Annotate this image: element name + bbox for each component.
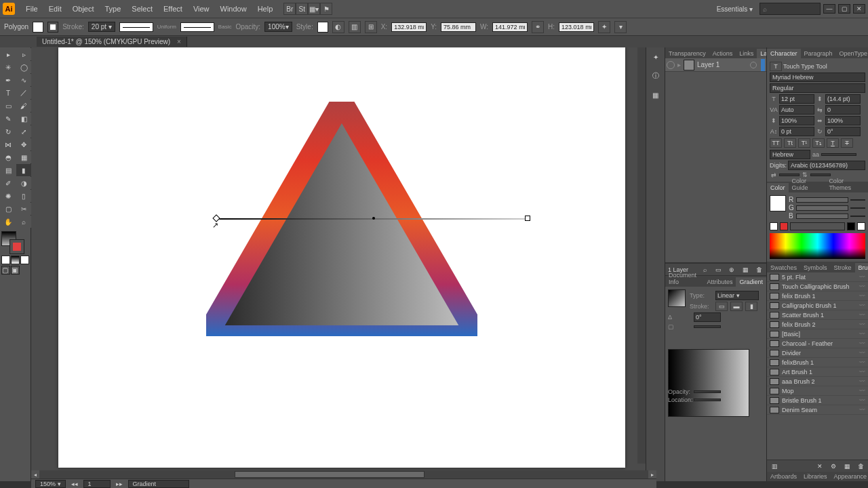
arrange-docs-icon[interactable]: ▦▾ (308, 3, 320, 15)
menu-select[interactable]: Select (126, 5, 158, 13)
gradient-midpoint[interactable] (372, 217, 375, 220)
tab-attributes[interactable]: Attributes (703, 277, 736, 287)
graph-tool[interactable]: ▯ (16, 190, 31, 202)
brush-row[interactable]: Touch Calligraphic Brush〰 (767, 282, 868, 291)
gradient-preview[interactable] (668, 289, 686, 307)
gradient-ramp[interactable] (668, 349, 764, 387)
menu-type[interactable]: Type (100, 5, 127, 13)
close-window-button[interactable]: ✕ (853, 4, 865, 14)
align-icon[interactable]: ▥ (349, 21, 361, 33)
none-swatch[interactable] (770, 222, 778, 230)
brush-row[interactable]: Denim Seam〰 (767, 405, 868, 415)
tab-opentype[interactable]: OpenType (836, 49, 868, 58)
tab-appearance[interactable]: Appearance (831, 472, 868, 481)
tab-libraries[interactable]: Libraries (800, 472, 831, 481)
eraser-tool[interactable]: ◧ (16, 113, 31, 125)
antialias-select[interactable] (821, 153, 856, 156)
font-style-select[interactable]: Regular (770, 83, 865, 93)
gradient-type-select[interactable]: Linear ▾ (715, 291, 759, 300)
touch-type-icon[interactable]: T (770, 62, 782, 71)
fill-stroke-control[interactable]: ▢ ▣ (0, 228, 31, 277)
zoom-tool[interactable]: ⌕ (16, 216, 31, 228)
tab-gradient[interactable]: Gradient (736, 277, 766, 287)
y-input[interactable] (441, 22, 476, 32)
slice-tool[interactable]: ✂ (16, 203, 31, 215)
workspace-switcher[interactable]: Essentials ▾ (713, 5, 757, 13)
new-sublayer-icon[interactable]: ⊕ (727, 265, 736, 274)
gradient-stop-end[interactable] (525, 216, 530, 221)
minimize-button[interactable]: — (823, 4, 835, 14)
channel-r-slider[interactable] (796, 197, 848, 203)
w-input[interactable] (492, 22, 528, 32)
channel-r-input[interactable] (850, 199, 865, 201)
gradient-ramp-bar[interactable] (668, 349, 749, 417)
horizontal-scrollbar[interactable]: ◂ ▸ (31, 470, 656, 479)
canvas[interactable]: ↗ (31, 47, 646, 481)
zoom-level[interactable]: 150% ▾ (35, 480, 66, 488)
delete-brush-icon[interactable]: 🗑 (856, 462, 865, 471)
scroll-right-icon[interactable]: ▸ (648, 470, 656, 479)
baseline-input[interactable]: 0 pt (779, 127, 814, 136)
tab-paragraph[interactable]: Paragraph (801, 49, 836, 58)
brush-row[interactable]: felix Brush 2〰 (767, 320, 868, 329)
more-icon[interactable]: ▾ (614, 21, 627, 33)
h-input[interactable] (559, 22, 594, 32)
lasso-tool[interactable]: ◯ (16, 61, 31, 73)
gradient-annotator[interactable] (216, 216, 528, 222)
shape-props-icon[interactable]: ✦ (598, 21, 610, 33)
white-swatch[interactable] (857, 222, 865, 230)
free-transform-tool[interactable]: ✥ (16, 138, 31, 150)
tab-symbols[interactable]: Symbols (800, 263, 831, 272)
perspective-tool[interactable]: ▦ (16, 151, 31, 163)
brush-row[interactable]: Mop〰 (767, 386, 868, 396)
tab-actions[interactable]: Actions (709, 49, 736, 58)
selection-tool[interactable]: ▸ (1, 48, 16, 60)
pen-tool[interactable]: ✒ (1, 74, 16, 86)
strikethrough-button[interactable]: T (841, 138, 853, 148)
new-layer-icon[interactable]: ▦ (741, 265, 750, 274)
search-input[interactable]: ⌕ (760, 3, 821, 15)
brush-definition-select[interactable] (180, 22, 214, 32)
target-icon[interactable] (750, 62, 757, 68)
x-input[interactable] (391, 22, 427, 32)
stroke-weight-select[interactable]: 20 pt▾ (88, 22, 115, 32)
gradient-tool[interactable]: ▮ (16, 164, 31, 176)
font-size-input[interactable]: 12 pt (779, 94, 814, 104)
menu-edit[interactable]: Edit (43, 5, 67, 13)
channel-b-input[interactable] (850, 216, 865, 217)
tab-brushes[interactable]: Brushes (855, 263, 868, 272)
stroke-grad-across-icon[interactable]: ▮ (745, 302, 757, 311)
scroll-thumb[interactable] (235, 471, 425, 478)
direct-selection-tool[interactable]: ▹ (16, 48, 31, 60)
artboard-nav[interactable]: 1 (83, 480, 111, 488)
shaper-tool[interactable]: ✎ (1, 113, 16, 125)
link-wh-icon[interactable]: ⚭ (532, 21, 544, 33)
brush-row[interactable]: Scatter Brush 1〰 (767, 310, 868, 320)
menu-file[interactable]: File (20, 5, 43, 13)
brush-row[interactable]: Calligraphic Brush 1〰 (767, 301, 868, 310)
menu-object[interactable]: Object (67, 5, 100, 13)
curvature-tool[interactable]: ∿ (16, 74, 31, 86)
stroke-grad-within-icon[interactable]: ▭ (715, 302, 728, 311)
rectangle-tool[interactable]: ▭ (1, 100, 16, 112)
align-panel-icon[interactable]: ▦ (649, 88, 663, 102)
delete-layer-icon[interactable]: 🗑 (754, 265, 764, 274)
vertical-scrollbar[interactable] (637, 47, 646, 464)
color-mode-icon[interactable] (1, 256, 10, 264)
tab-color-themes[interactable]: Color Themes (825, 176, 868, 192)
brush-row[interactable]: aaa Brush 2〰 (767, 377, 868, 386)
gradient-opacity-input[interactable] (694, 390, 721, 393)
tab-links[interactable]: Links (736, 49, 757, 58)
rotate-tool[interactable]: ↻ (1, 125, 16, 138)
tab-color[interactable]: Color (767, 183, 789, 192)
graphic-style-swatch[interactable] (317, 22, 328, 33)
close-tab-icon[interactable]: × (177, 38, 181, 45)
scroll-left-icon[interactable]: ◂ (31, 470, 39, 479)
gradient-location-input[interactable] (694, 399, 721, 401)
smallcaps-button[interactable]: Tt (784, 138, 796, 148)
black-swatch[interactable] (847, 222, 855, 230)
tab-swatches[interactable]: Swatches (767, 263, 800, 272)
kerning-input[interactable]: Auto (779, 105, 814, 115)
color-fillstroke-proxy[interactable] (770, 195, 786, 211)
aspect-ratio-input[interactable] (694, 325, 721, 328)
